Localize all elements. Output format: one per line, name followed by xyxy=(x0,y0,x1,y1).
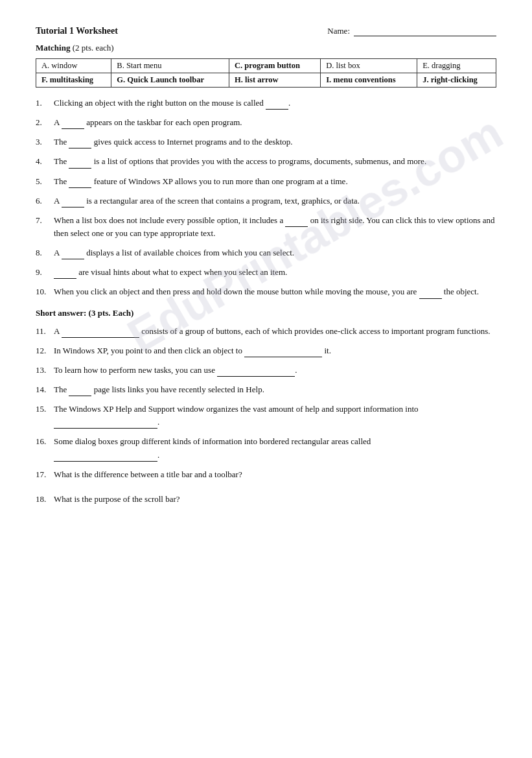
short-question-15: 15. The Windows XP Help and Support wind… xyxy=(36,403,496,429)
blank-3 xyxy=(69,140,91,148)
short-answer-label: Short answer: (3 pts. Each) xyxy=(36,308,496,318)
term-f: F. multitasking xyxy=(36,73,111,88)
blank-6 xyxy=(62,199,84,207)
short-question-18: 18. What is the purpose of the scroll ba… xyxy=(36,493,496,506)
blank-15 xyxy=(54,420,157,429)
blank-5 xyxy=(69,180,91,188)
term-e: E. dragging xyxy=(417,59,496,73)
blank-12 xyxy=(244,349,322,357)
term-d: D. list box xyxy=(321,59,417,73)
question-2: 2. A appears on the taskbar for each ope… xyxy=(36,116,496,129)
term-c: C. program button xyxy=(229,59,321,73)
blank-2 xyxy=(62,121,84,129)
blank-16 xyxy=(54,453,157,462)
blank-10 xyxy=(419,290,442,299)
question-6: 6. A is a rectangular area of the screen… xyxy=(36,195,496,207)
question-3: 3. The gives quick access to Internet pr… xyxy=(36,136,496,148)
blank-9 xyxy=(54,270,76,279)
question-10: 10. When you click an object and then pr… xyxy=(36,285,496,298)
short-question-13: 13. To learn how to perform new tasks, y… xyxy=(36,364,496,377)
term-h: H. list arrow xyxy=(229,73,321,88)
matching-row-2: F. multitasking G. Quick Launch toolbar … xyxy=(36,73,496,88)
short-question-11: 11. A consists of a group of buttons, ea… xyxy=(36,325,496,338)
short-question-16: 16. Some dialog boxes group different ki… xyxy=(36,435,496,461)
term-j: J. right-clicking xyxy=(417,73,496,88)
short-question-17: 17. What is the difference between a tit… xyxy=(36,468,496,481)
blank-14 xyxy=(69,388,91,396)
name-field xyxy=(354,27,496,36)
term-g: G. Quick Launch toolbar xyxy=(111,73,229,88)
matching-table: A. window B. Start menu C. program butto… xyxy=(36,58,496,88)
short-question-14: 14. The page lists links you have recent… xyxy=(36,383,496,396)
blank-4 xyxy=(69,160,91,169)
blank-1 xyxy=(266,101,288,110)
question-8: 8. A displays a list of available choice… xyxy=(36,246,496,259)
short-questions-section: 11. A consists of a group of buttons, ea… xyxy=(36,325,496,506)
question-9: 9. are visual hints about what to expect… xyxy=(36,266,496,279)
question-4: 4. The is a list of options that provide… xyxy=(36,155,496,168)
question-1: 1. Clicking an object with the right but… xyxy=(36,97,496,110)
name-line: Name: xyxy=(327,26,496,36)
blank-7 xyxy=(285,219,308,227)
name-label: Name: xyxy=(327,26,350,36)
question-5: 5. The feature of Windows XP allows you … xyxy=(36,175,496,188)
term-b: B. Start menu xyxy=(111,59,229,73)
term-i: I. menu conventions xyxy=(321,73,417,88)
blank-13 xyxy=(217,368,295,377)
matching-row-1: A. window B. Start menu C. program butto… xyxy=(36,59,496,73)
header-row: Tutorial 1 Worksheet Name: xyxy=(36,26,496,36)
questions-section: 1. Clicking an object with the right but… xyxy=(36,97,496,299)
worksheet-title: Tutorial 1 Worksheet xyxy=(36,26,118,36)
blank-8 xyxy=(62,251,84,259)
question-7: 7. When a list box does not include ever… xyxy=(36,214,496,240)
short-question-12: 12. In Windows XP, you point to and then… xyxy=(36,344,496,357)
term-a: A. window xyxy=(36,59,111,73)
matching-label: Matching (2 pts. each) xyxy=(36,43,496,53)
blank-11 xyxy=(62,329,139,338)
